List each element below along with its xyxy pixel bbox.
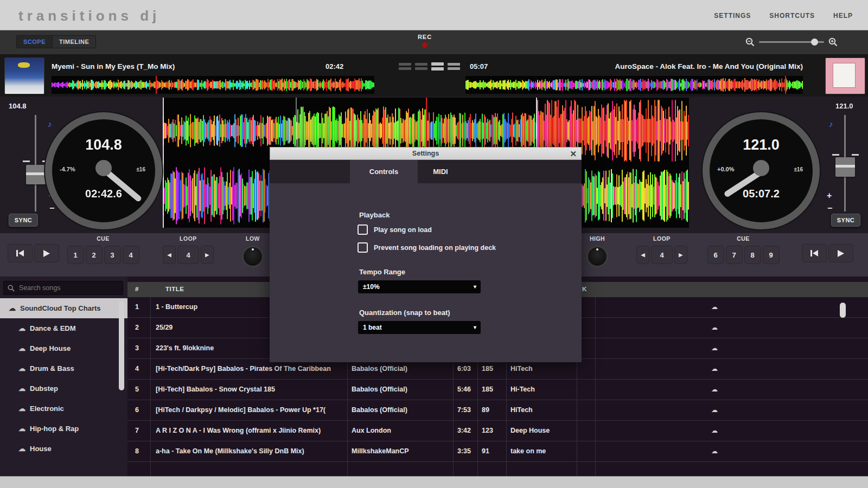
deck-b-loop-length[interactable]: 4 (651, 246, 672, 264)
layout-option-3-icon[interactable] (431, 61, 444, 71)
deck-a-jog-wheel[interactable]: 104.8 -4.7% ±16 02:42.6 (45, 112, 162, 229)
soundcloud-link-icon[interactable]: ☁ (707, 359, 722, 379)
top-nav-shortcuts[interactable]: SHORTCUTS (769, 12, 815, 20)
prevent-loading-option[interactable]: Prevent song loading on playing deck (358, 242, 496, 253)
deck-a-cue-3-button[interactable]: 3 (104, 246, 121, 264)
soundcloud-link-icon[interactable]: ☁ (707, 338, 722, 358)
deck-a-eq-low-knob[interactable] (242, 246, 264, 267)
zoom-out-icon[interactable] (745, 37, 755, 47)
playlist-item[interactable]: ☁SoundCloud Top Charts (0, 298, 127, 318)
layout-option-2-icon[interactable] (415, 61, 427, 71)
zoom-slider-thumb[interactable] (811, 38, 818, 46)
column-separator (150, 421, 151, 441)
header-num[interactable]: # (135, 286, 139, 292)
deck-a-pitch-handle[interactable] (26, 165, 46, 184)
soundcloud-link-icon[interactable]: ☁ (707, 400, 722, 420)
deck-b-skip-start-button[interactable] (802, 244, 827, 262)
close-icon[interactable]: ✕ (570, 148, 577, 160)
deck-b-sync-button[interactable]: SYNC (831, 214, 860, 227)
tab-midi[interactable]: MIDI (422, 160, 459, 183)
tempo-range-select[interactable]: ±10% ▾ (358, 280, 481, 293)
column-separator (150, 359, 151, 379)
soundcloud-link-icon[interactable]: ☁ (707, 380, 722, 400)
soundcloud-link-icon[interactable]: ☁ (707, 297, 722, 317)
table-row[interactable]: 6[HiTech / Darkpsy / Melodic] Babalos - … (127, 400, 868, 421)
deck-a-pitch-slider[interactable] (35, 115, 36, 211)
checkbox-icon[interactable] (358, 242, 368, 253)
playlist-item[interactable]: ☁House (0, 439, 127, 459)
playlist-item[interactable]: ☁Dance & EDM (0, 318, 127, 338)
playlist-item[interactable]: ☁Dubstep (0, 378, 127, 399)
deck-b-pitch-down-button[interactable]: − (827, 204, 832, 212)
header-link-partial[interactable]: K (582, 286, 587, 292)
deck-b-loop-double-button[interactable]: ▶ (674, 246, 687, 264)
playlist-item[interactable]: ☁Electronic (0, 399, 127, 419)
header-title[interactable]: TITLE (165, 286, 184, 292)
soundcloud-link-icon[interactable]: ☁ (707, 441, 722, 461)
zoom-in-icon[interactable] (828, 37, 838, 47)
checkbox-icon[interactable] (358, 224, 368, 235)
search-input[interactable] (18, 284, 119, 292)
deck-a-cue-1-button[interactable]: 1 (67, 246, 84, 264)
app-logo: transitions dj (18, 8, 160, 24)
deck-a-eq-group: LOW (239, 235, 267, 267)
deck-b-pitch-handle[interactable] (835, 157, 855, 177)
deck-b-jog-pitch: +0.0% (717, 166, 735, 172)
beat-grid-line (163, 98, 164, 228)
deck-a-overview-waveform[interactable] (52, 76, 374, 94)
deck-b-loop-halve-button[interactable]: ◀ (636, 246, 649, 264)
deck-b-jog-range: ±16 (794, 166, 803, 172)
view-tab-scope[interactable]: SCOPE (17, 36, 53, 48)
quantization-select[interactable]: 1 beat ▾ (358, 321, 481, 334)
record-control[interactable]: REC (414, 34, 436, 48)
playlist-item[interactable]: ☁Drum & Bass (0, 358, 127, 378)
soundcloud-link-icon[interactable]: ☁ (707, 421, 722, 441)
zoom-slider[interactable] (759, 41, 824, 43)
deck-b-keylock-note-icon[interactable]: ♪ (829, 119, 833, 129)
deck-a-sync-button[interactable]: SYNC (9, 214, 38, 227)
deck-a-play-button[interactable] (34, 244, 59, 262)
layout-option-4-icon[interactable] (448, 61, 460, 71)
view-tab-timeline[interactable]: TIMELINE (53, 36, 95, 48)
deck-a-cue-2-button[interactable]: 2 (86, 246, 103, 264)
deck-b-cue-8-button[interactable]: 8 (744, 246, 761, 264)
playlist-scrollbar[interactable] (119, 301, 124, 453)
deck-b-cue-7-button[interactable]: 7 (726, 246, 743, 264)
deck-b-cue-9-button[interactable]: 9 (763, 246, 780, 264)
deck-a-loop-halve-button[interactable]: ◀ (163, 246, 176, 264)
cell-artist: MillkshakeManCP (352, 441, 452, 461)
deck-b-jog-wheel[interactable]: 121.0 +0.0% ±16 05:07.2 (703, 112, 820, 229)
top-nav-settings[interactable]: SETTINGS (714, 12, 751, 20)
song-search[interactable] (3, 281, 123, 295)
deck-a-keylock-note-icon[interactable]: ♪ (48, 119, 52, 129)
settings-dialog-titlebar[interactable]: Settings ✕ (270, 147, 582, 160)
soundcloud-icon: ☁ (18, 384, 25, 393)
table-row[interactable]: 8a-ha - Take On Me (Millkshake's Silly D… (127, 441, 868, 462)
deck-a-skip-start-button[interactable] (8, 244, 33, 262)
playlist-item[interactable]: ☁Hip-hop & Rap (0, 419, 127, 439)
deck-a-loop-double-button[interactable]: ▶ (201, 246, 214, 264)
layout-option-1-icon[interactable] (399, 61, 411, 71)
table-row[interactable]: 5[Hi-Tech] Babalos - Snow Crystal 185Bab… (127, 380, 868, 400)
top-nav-help[interactable]: HELP (833, 12, 853, 20)
deck-b-play-button[interactable] (828, 244, 853, 262)
soundcloud-link-icon[interactable]: ☁ (707, 318, 722, 338)
deck-b-cue-6-button[interactable]: 6 (707, 246, 724, 264)
deck-b-eq-high-knob[interactable] (586, 246, 608, 267)
table-scrollbar-thumb[interactable] (840, 303, 846, 318)
settings-tabstrip: Controls MIDI (270, 160, 582, 183)
deck-b-pitch-up-button[interactable]: + (827, 192, 832, 200)
tab-controls[interactable]: Controls (350, 160, 418, 183)
deck-header-strip: Myemi - Sun in My Eyes (T_Mo Mix) 02:42 … (0, 54, 868, 97)
table-row[interactable]: 7A R I Z O N A - I Was Wrong (offrami x … (127, 421, 868, 441)
play-on-load-option[interactable]: Play song on load (358, 224, 432, 235)
playlist-scrollbar-thumb[interactable] (119, 301, 124, 390)
deck-b-overview-waveform[interactable] (465, 76, 803, 94)
deck-a-loop-length[interactable]: 4 (177, 246, 199, 264)
playlist-item[interactable]: ☁Deep House (0, 338, 127, 358)
deck-a-overview-playhead (156, 76, 157, 94)
cell-num: 5 (135, 380, 157, 400)
cell-genre: Hi-Tech (510, 380, 576, 400)
deck-a-pitch-down-button[interactable]: − (49, 204, 54, 212)
deck-a-cue-4-button[interactable]: 4 (123, 246, 139, 264)
